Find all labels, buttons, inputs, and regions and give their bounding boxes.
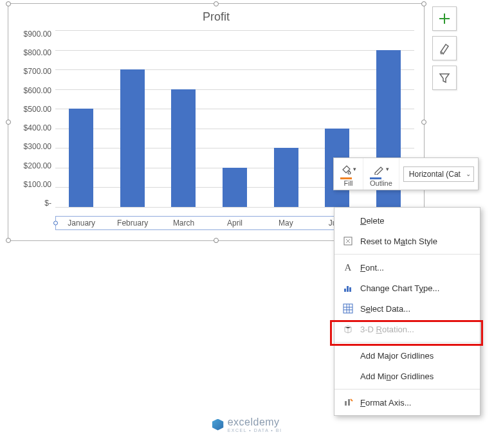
x-tick: February — [107, 217, 158, 229]
pencil-icon — [373, 163, 385, 175]
y-tick: $400.00 — [18, 124, 51, 132]
y-tick: $300.00 — [18, 143, 51, 150]
x-tick: January — [56, 217, 107, 229]
plus-icon — [438, 12, 451, 25]
selection-handle[interactable] — [6, 238, 11, 243]
chart-side-buttons — [432, 6, 457, 90]
y-tick: $800.00 — [18, 49, 51, 57]
selection-handle[interactable] — [214, 238, 219, 243]
bar-slot — [107, 30, 158, 207]
selection-handle[interactable] — [421, 1, 426, 6]
funnel-icon — [438, 71, 451, 84]
svg-rect-4 — [343, 304, 352, 313]
y-tick: $900.00 — [18, 30, 51, 38]
chart-elements-button[interactable] — [432, 6, 457, 31]
watermark-brand: exceldemy — [228, 417, 280, 427]
menu-divider — [334, 389, 480, 390]
selection-handle[interactable] — [6, 1, 11, 6]
mini-toolbar: ▾ Fill ▾ Outline Horizontal (Cat ⌄ — [333, 157, 479, 190]
y-tick: $600.00 — [18, 87, 51, 94]
y-tick: $- — [18, 199, 51, 207]
bar[interactable] — [171, 89, 196, 207]
menu-reset-style[interactable]: Reset to Match Style — [334, 231, 480, 251]
bar[interactable] — [69, 109, 93, 207]
chevron-down-icon: ▾ — [353, 166, 356, 172]
watermark-sub: EXCEL • DATA • BI — [228, 428, 282, 433]
chart-type-icon — [342, 282, 354, 294]
bucket-icon — [340, 163, 352, 175]
cube-icon — [342, 323, 354, 335]
logo-icon — [212, 419, 224, 431]
format-icon — [342, 397, 354, 408]
menu-divider — [334, 254, 480, 255]
menu-divider — [334, 342, 480, 343]
bar[interactable] — [223, 168, 247, 207]
blank-icon — [342, 350, 354, 361]
outline-label: Outline — [370, 179, 392, 187]
menu-change-chart-type[interactable]: Change Chart Type... — [334, 278, 480, 298]
bar[interactable] — [274, 148, 298, 207]
chart-title[interactable]: Profit — [8, 4, 424, 24]
y-tick: $100.00 — [18, 181, 51, 188]
menu-format-axis[interactable]: Format Axis... — [334, 392, 480, 413]
x-tick: May — [261, 217, 311, 229]
select-data-icon — [342, 303, 354, 314]
bar-slot — [209, 30, 261, 207]
menu-font[interactable]: A Font... — [334, 257, 480, 278]
y-axis[interactable]: $900.00$800.00$700.00$600.00$500.00$400.… — [18, 30, 55, 207]
menu-3d-rotation: 3-D Rotation... — [334, 319, 480, 339]
context-menu: Delete Reset to Match Style A Font... Ch… — [334, 207, 480, 416]
menu-add-minor-gridlines[interactable]: Add Minor Gridlines — [334, 366, 480, 386]
svg-rect-9 — [345, 401, 347, 406]
bar-slot — [55, 30, 107, 207]
selection-handle[interactable] — [6, 120, 11, 125]
chevron-down-icon: ▾ — [386, 166, 389, 172]
svg-rect-2 — [347, 286, 349, 292]
chart-element-select[interactable]: Horizontal (Cat ⌄ — [403, 166, 474, 182]
select-value: Horizontal (Cat — [409, 170, 461, 179]
selection-handle[interactable] — [214, 1, 219, 6]
selection-handle[interactable] — [421, 120, 426, 125]
menu-select-data[interactable]: Select Data... — [334, 298, 480, 319]
font-icon: A — [342, 262, 354, 273]
menu-delete[interactable]: Delete — [334, 210, 480, 231]
watermark: exceldemy EXCEL • DATA • BI — [212, 417, 282, 433]
chart-filters-button[interactable] — [432, 66, 457, 90]
y-tick: $500.00 — [18, 105, 51, 113]
fill-label: Fill — [340, 179, 356, 187]
bar-slot — [261, 30, 312, 207]
y-tick: $700.00 — [18, 67, 51, 75]
axis-handle[interactable] — [53, 221, 58, 226]
svg-rect-10 — [348, 399, 350, 406]
y-tick: $200.00 — [18, 162, 51, 170]
chart-styles-button[interactable] — [432, 36, 457, 60]
chevron-down-icon: ⌄ — [466, 170, 471, 177]
outline-button[interactable]: ▾ Outline — [363, 158, 399, 190]
x-tick: March — [158, 217, 209, 229]
brush-icon — [438, 42, 451, 55]
blank-icon — [342, 215, 354, 226]
menu-add-major-gridlines[interactable]: Add Major Gridlines — [334, 345, 480, 366]
chart-container[interactable]: Profit $900.00$800.00$700.00$600.00$500.… — [8, 3, 425, 241]
blank-icon — [342, 370, 354, 382]
reset-icon — [342, 235, 354, 247]
svg-rect-1 — [344, 289, 346, 292]
x-tick: April — [209, 217, 260, 229]
fill-button[interactable]: ▾ Fill — [334, 158, 363, 190]
svg-rect-3 — [349, 287, 351, 292]
bar-slot — [158, 30, 209, 207]
bar[interactable] — [120, 69, 145, 207]
